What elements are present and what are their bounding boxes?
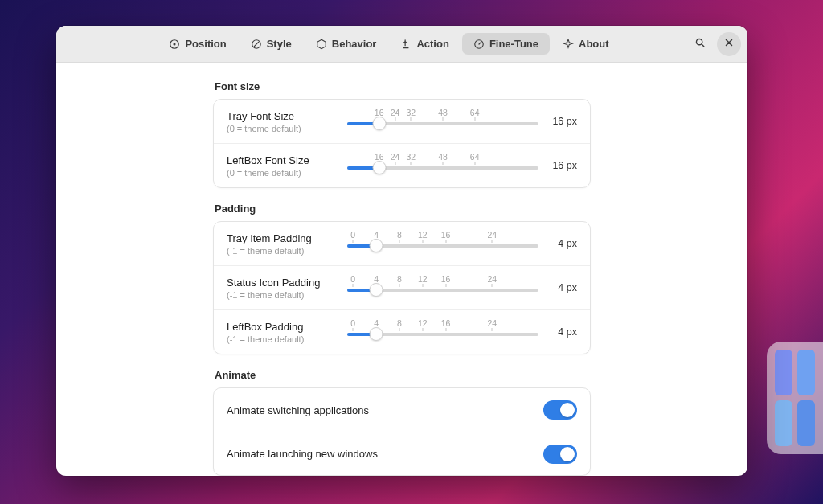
tick-label: 16 <box>441 274 451 284</box>
card-animate: Animate switching applicationsAnimate la… <box>213 387 591 476</box>
tick-mark <box>399 284 399 287</box>
section-title-font-size: Font size <box>215 80 591 92</box>
tick-label: 8 <box>397 230 402 240</box>
tab-position[interactable]: Position <box>158 33 237 55</box>
tile <box>775 350 792 395</box>
row-title: LeftBox Padding <box>227 321 339 333</box>
brush-icon <box>251 39 262 50</box>
section-title-animate: Animate <box>215 369 591 381</box>
sparkle-icon <box>563 39 574 50</box>
row-subtitle: (0 = theme default) <box>227 124 339 133</box>
slider[interactable]: 048121624 <box>347 232 538 256</box>
tick-label: 24 <box>487 274 497 284</box>
tick-label: 64 <box>470 108 480 117</box>
tick-label: 16 <box>441 318 451 328</box>
preferences-window: Position Style Behavior <box>56 26 747 476</box>
slider-value: 16 px <box>538 160 577 171</box>
card-padding: Tray Item Padding(-1 = theme default)048… <box>213 221 591 354</box>
tick-mark <box>474 117 475 121</box>
tab-label: Style <box>267 38 292 50</box>
card-font-size: Tray Font Size(0 = theme default)1624324… <box>213 99 591 188</box>
slider[interactable]: 048121624 <box>347 320 538 344</box>
slider-thumb[interactable] <box>370 283 383 297</box>
close-icon <box>723 37 735 51</box>
tab-action[interactable]: Action <box>389 33 460 55</box>
tick-label: 0 <box>350 274 355 284</box>
tab-behavior[interactable]: Behavior <box>305 33 388 55</box>
tick-mark <box>411 162 412 165</box>
tile <box>775 400 792 446</box>
row-title: Animate switching applications <box>227 404 535 416</box>
setting-row: Tray Item Padding(-1 = theme default)048… <box>214 222 590 265</box>
tab-label: Action <box>416 38 448 50</box>
tick-mark <box>445 240 446 243</box>
tick-mark <box>353 284 354 287</box>
row-title: Animate launching new windows <box>227 448 535 460</box>
tick-mark <box>443 162 444 165</box>
row-title: Tray Font Size <box>227 110 339 122</box>
tile <box>797 400 815 446</box>
tick-mark <box>492 284 493 287</box>
tick-label: 12 <box>418 230 428 240</box>
tick-mark <box>395 162 395 165</box>
row-labels: LeftBox Font Size(0 = theme default) <box>227 154 347 178</box>
setting-row: Status Icon Padding(-1 = theme default)0… <box>214 265 590 309</box>
slider-value: 16 px <box>538 116 577 127</box>
slider[interactable]: 1624324864 <box>347 154 538 178</box>
tile <box>797 350 815 395</box>
search-button[interactable] <box>688 32 712 56</box>
tick-mark <box>353 240 354 243</box>
row-title: LeftBox Font Size <box>227 154 339 166</box>
row-subtitle: (-1 = theme default) <box>227 290 339 300</box>
tick-label: 24 <box>391 152 400 162</box>
toggle-knob <box>560 403 575 417</box>
toggle-switch[interactable] <box>543 445 577 464</box>
tick-label: 12 <box>418 274 428 284</box>
slider[interactable]: 048121624 <box>347 276 538 300</box>
row-labels: Tray Item Padding(-1 = theme default) <box>227 232 347 256</box>
tick-label: 24 <box>487 230 497 240</box>
toggle-switch[interactable] <box>543 400 577 420</box>
row-labels: Animate launching new windows <box>227 448 543 460</box>
tick-label: 32 <box>406 108 416 117</box>
svg-point-1 <box>174 43 176 45</box>
slider-thumb[interactable] <box>372 117 386 130</box>
row-title: Status Icon Padding <box>227 277 339 289</box>
pointer-icon <box>400 39 412 50</box>
search-icon <box>694 37 706 51</box>
slider-value: 4 px <box>538 326 577 338</box>
setting-row: LeftBox Font Size(0 = theme default)1624… <box>214 143 590 187</box>
tick-mark <box>353 328 354 331</box>
row-title: Tray Item Padding <box>227 232 339 244</box>
target-icon <box>169 39 180 50</box>
tick-label: 16 <box>441 230 451 240</box>
content: Font size Tray Font Size(0 = theme defau… <box>213 80 591 476</box>
svg-rect-4 <box>403 47 409 48</box>
row-labels: Status Icon Padding(-1 = theme default) <box>227 277 347 300</box>
tab-about[interactable]: About <box>551 33 620 55</box>
slider-value: 4 px <box>538 238 577 249</box>
tick-mark <box>445 284 446 287</box>
tick-label: 24 <box>487 318 497 328</box>
tick-label: 12 <box>418 318 428 328</box>
slider-thumb[interactable] <box>370 239 383 252</box>
slider-thumb[interactable] <box>372 161 386 174</box>
slider[interactable]: 1624324864 <box>347 109 538 133</box>
tick-label: 8 <box>397 318 402 328</box>
headerbar: Position Style Behavior <box>56 26 747 63</box>
slider-thumb[interactable] <box>370 327 383 341</box>
section-title-padding: Padding <box>215 203 591 215</box>
content-scroll[interactable]: Font size Tray Font Size(0 = theme defau… <box>56 63 747 476</box>
row-labels: LeftBox Padding(-1 = theme default) <box>227 321 347 344</box>
tab-fine-tune[interactable]: Fine-Tune <box>462 33 550 55</box>
tab-label: Position <box>185 38 226 50</box>
row-subtitle: (-1 = theme default) <box>227 334 339 344</box>
tab-style[interactable]: Style <box>240 33 303 55</box>
setting-row: LeftBox Padding(-1 = theme default)04812… <box>214 309 590 354</box>
close-button[interactable] <box>717 32 741 56</box>
row-labels: Tray Font Size(0 = theme default) <box>227 110 347 133</box>
tick-mark <box>422 240 423 243</box>
tick-mark <box>474 162 475 165</box>
tick-label: 24 <box>391 108 400 117</box>
hexagon-icon <box>316 39 327 50</box>
